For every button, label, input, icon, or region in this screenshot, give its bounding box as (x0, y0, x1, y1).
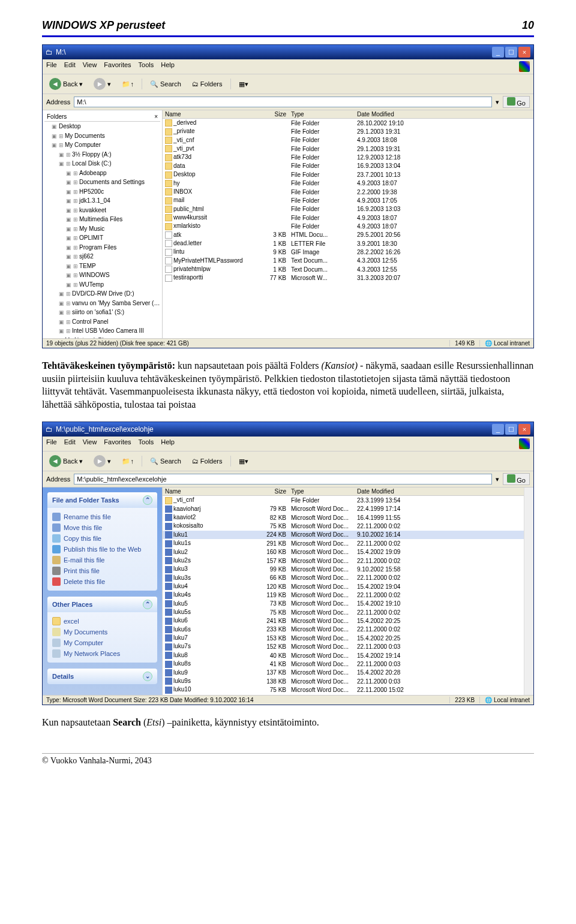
task-item[interactable]: Copy this file (52, 533, 152, 544)
table-row[interactable]: mailFile Folder4.9.2003 17:05 (163, 196, 533, 204)
folders-button[interactable]: 🗂 Folders (189, 456, 226, 466)
table-row[interactable]: luku1075 KBMicrosoft Word Doc...22.11.20… (163, 685, 524, 694)
table-row[interactable]: INBOXFile Folder2.2.2000 19:38 (163, 188, 533, 196)
task-item[interactable]: Move this file (52, 522, 152, 533)
table-row[interactable]: luku1s291 KBMicrosoft Word Doc...22.11.2… (163, 539, 524, 547)
tree-item[interactable]: ⊞DVD/CD-RW Drive (D:) (52, 289, 160, 299)
tree-item[interactable]: ⊞Adobeapp (52, 168, 160, 178)
tree-item[interactable]: ⊞Local Disk (C:) (52, 159, 160, 168)
table-row[interactable]: kokosisalto75 KBMicrosoft Word Doc...22.… (163, 522, 524, 530)
menu-view[interactable]: View (83, 438, 97, 449)
tree-item[interactable]: ⊞Documents and Settings (52, 177, 160, 187)
table-row[interactable]: luku6241 KBMicrosoft Word Doc...15.4.200… (163, 616, 524, 625)
address-dropdown[interactable]: ▾ (496, 475, 499, 483)
search-button[interactable]: 🔍 Search (147, 456, 184, 466)
folders-button[interactable]: 🗂 Folders (189, 79, 226, 89)
tree-item[interactable]: ⊞Multimedia Files (52, 215, 160, 224)
table-row[interactable]: hyFile Folder4.9.2003 18:07 (163, 179, 533, 188)
minimize-button[interactable]: _ (492, 47, 504, 58)
table-row[interactable]: luku2s157 KBMicrosoft Word Doc...22.11.2… (163, 556, 524, 565)
address-input[interactable] (74, 474, 492, 484)
tree-item[interactable]: ⊞3½ Floppy (A:) (52, 150, 160, 159)
tree-item[interactable]: ⊞Control Panel (52, 317, 160, 327)
tree-item[interactable]: ⊞WINDOWS (52, 270, 160, 280)
up-button[interactable]: 📁↑ (119, 456, 137, 466)
menu-favorites[interactable]: Favorites (104, 438, 131, 449)
tree-item[interactable]: ⊞My Computer (52, 140, 160, 150)
table-row[interactable]: luku2160 KBMicrosoft Word Doc...15.4.200… (163, 548, 524, 556)
tree-item[interactable]: ⊞HP5200c (52, 187, 160, 197)
views-button[interactable]: ▦▾ (236, 79, 251, 89)
close-button[interactable]: × (518, 424, 530, 435)
table-row[interactable]: _vti_cnfFile Folder4.9.2003 18:08 (163, 136, 533, 145)
tree-item[interactable]: ⊞TEMP (52, 261, 160, 271)
views-button[interactable]: ▦▾ (236, 456, 251, 466)
tree-item[interactable]: ⊞OPLIMIT (52, 233, 160, 243)
table-row[interactable]: luku7153 KBMicrosoft Word Doc...15.4.200… (163, 634, 524, 642)
table-row[interactable]: luku6s233 KBMicrosoft Word Doc...22.11.2… (163, 625, 524, 634)
go-button[interactable]: Go (503, 473, 530, 485)
place-item[interactable]: My Computer (52, 637, 152, 648)
table-row[interactable]: dataFile Folder16.9.2003 13:04 (163, 162, 533, 170)
column-name[interactable]: Name (163, 487, 259, 495)
maximize-button[interactable]: ☐ (505, 47, 517, 58)
search-button[interactable]: 🔍 Search (147, 79, 184, 89)
maximize-button[interactable]: ☐ (505, 424, 517, 435)
go-button[interactable]: Go (503, 96, 530, 108)
tree-item[interactable]: ⊞sj662 (52, 252, 160, 261)
place-item[interactable]: My Documents (52, 627, 152, 637)
column-type[interactable]: Type (289, 487, 355, 495)
forward-button[interactable]: ► ▾ (91, 454, 114, 468)
tree-item[interactable]: ⊞vanvu on 'Myy Samba Server (myy)' (M:) (52, 299, 160, 308)
menu-tools[interactable]: Tools (139, 438, 154, 449)
tree-root[interactable]: Desktop (52, 122, 160, 131)
menu-help[interactable]: Help (161, 438, 175, 449)
table-row[interactable]: MyPrivateHTMLPassword1 KBText Docum...4.… (163, 257, 533, 265)
forward-button[interactable]: ► ▾ (91, 77, 114, 91)
task-item[interactable]: Publish this file to the Web (52, 544, 152, 555)
collapse-icon[interactable]: ⌃ (143, 600, 152, 609)
table-row[interactable]: lintu9 KBGIF Image28.2.2002 16:26 (163, 248, 533, 256)
tree-item[interactable]: ⊞WUTemp (52, 280, 160, 290)
tree-item[interactable]: ⊞jdk1.3.1_04 (52, 196, 160, 206)
table-row[interactable]: dead.letter1 KBLETTER File3.9.2001 18:30 (163, 239, 533, 248)
task-item[interactable]: Print this file (52, 565, 152, 576)
menu-file[interactable]: File (46, 61, 57, 72)
table-row[interactable]: xmlarkistoFile Folder4.9.2003 18:07 (163, 222, 533, 230)
table-row[interactable]: www4kurssitFile Folder4.9.2003 18:07 (163, 213, 533, 222)
scrollbar[interactable] (524, 487, 533, 695)
table-row[interactable]: luku5s75 KBMicrosoft Word Doc...22.11.20… (163, 608, 524, 616)
table-row[interactable]: atk73dFile Folder12.9.2003 12:18 (163, 153, 533, 161)
task-item[interactable]: Rename this file (52, 511, 152, 522)
table-row[interactable]: luku4s119 KBMicrosoft Word Doc...22.11.2… (163, 591, 524, 599)
tree-item[interactable]: ⊞siirto on 'sofia1' (S:) (52, 308, 160, 317)
tree-item[interactable]: ⊞My Network Places (52, 336, 160, 339)
tree-item[interactable]: ⊞My Music (52, 224, 160, 234)
table-row[interactable]: _privateFile Folder29.1.2003 19:31 (163, 127, 533, 136)
minimize-button[interactable]: _ (492, 424, 504, 435)
back-button[interactable]: ◄Back ▾ (46, 77, 86, 91)
table-row[interactable]: kaaviot282 KBMicrosoft Word Doc...16.4.1… (163, 513, 524, 522)
table-row[interactable]: luku9137 KBMicrosoft Word Doc...15.4.200… (163, 669, 524, 677)
expand-icon[interactable]: ⌄ (143, 672, 152, 681)
address-input[interactable] (74, 97, 492, 107)
menu-view[interactable]: View (83, 61, 97, 72)
column-size[interactable]: Size (259, 487, 289, 495)
table-row[interactable]: luku1224 KBMicrosoft Word Doc...9.10.200… (163, 531, 524, 539)
column-size[interactable]: Size (259, 110, 289, 118)
tree-item[interactable]: ⊞kuvakkeet (52, 206, 160, 215)
table-row[interactable]: _derivedFile Folder28.10.2002 19:10 (163, 119, 533, 127)
table-row[interactable]: luku573 KBMicrosoft Word Doc...15.4.2002… (163, 600, 524, 608)
table-row[interactable]: public_htmlFile Folder16.9.2003 13:03 (163, 205, 533, 213)
menu-help[interactable]: Help (161, 61, 175, 72)
menu-tools[interactable]: Tools (139, 61, 154, 72)
column-date[interactable]: Date Modified (355, 487, 524, 495)
menu-file[interactable]: File (46, 438, 57, 449)
column-date[interactable]: Date Modified (355, 110, 533, 118)
tree-item[interactable]: ⊞Program Files (52, 243, 160, 252)
titlebar[interactable]: 🗀 M:\ _ ☐ × (43, 45, 533, 59)
table-row[interactable]: kaavioharj79 KBMicrosoft Word Doc...22.4… (163, 505, 524, 513)
table-row[interactable]: atk3 KBHTML Docu...29.5.2001 20:56 (163, 231, 533, 239)
address-dropdown[interactable]: ▾ (496, 98, 499, 106)
place-item[interactable]: My Network Places (52, 648, 152, 659)
